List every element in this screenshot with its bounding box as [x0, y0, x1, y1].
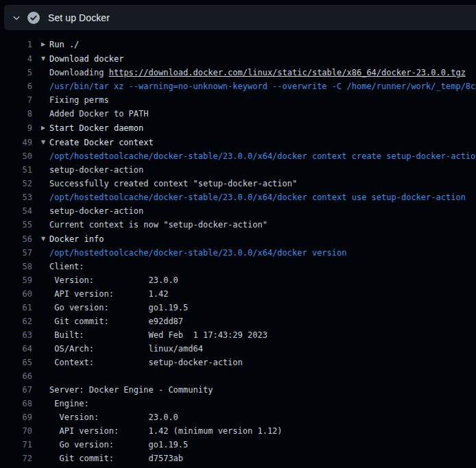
log-line: 71 Go version: go1.19.5 — [0, 438, 476, 452]
step-title: Set up Docker — [48, 12, 110, 23]
log-line: 65 Context: setup-docker-action — [0, 356, 476, 369]
log-line: 66 — [0, 369, 476, 383]
log-line: 7Fixing perms — [0, 93, 476, 107]
log-line: 57/opt/hostedtoolcache/docker-stable/23.… — [0, 246, 476, 260]
line-number[interactable]: 7 — [0, 95, 32, 105]
line-number[interactable]: 67 — [0, 385, 32, 395]
log-group-line[interactable]: 4▼Download docker — [0, 51, 476, 66]
log-text: setup-docker-action — [49, 163, 143, 177]
log-text: Create Docker context — [49, 136, 154, 149]
log-text: Git commit: d7573ab — [49, 452, 183, 465]
log-text: Version: 23.0.0 — [49, 273, 178, 287]
line-number[interactable]: 5 — [0, 68, 32, 77]
step-header[interactable]: Set up Docker — [4, 5, 476, 30]
log-text: Docker info — [49, 232, 104, 246]
line-number[interactable]: 60 — [0, 289, 32, 299]
log-text: API version: 1.42 — [49, 287, 168, 301]
log-text: setup-docker-action — [49, 204, 143, 218]
log-line: 8Added Docker to PATH — [0, 107, 476, 121]
log-line: 64 OS/Arch: linux/amd64 — [0, 342, 476, 356]
group-collapse-icon[interactable]: ▼ — [32, 140, 49, 145]
log-text: Version: 23.0.0 — [49, 410, 178, 424]
log-line: 69 Version: 23.0.0 — [0, 410, 476, 424]
log-line: 52Successfully created context "setup-do… — [0, 177, 476, 190]
line-number[interactable]: 65 — [0, 358, 32, 367]
log-group-line[interactable]: 9▶Start Docker daemon — [0, 121, 476, 135]
line-number[interactable]: 8 — [0, 109, 32, 119]
log-lines: 1▶Run ./4▼Download docker5Downloading ht… — [0, 30, 476, 468]
line-number[interactable]: 64 — [0, 344, 32, 354]
line-number[interactable]: 71 — [0, 440, 32, 449]
line-number[interactable]: 72 — [0, 454, 32, 463]
log-line: 5Downloading https://download.docker.com… — [0, 66, 476, 79]
line-number[interactable]: 62 — [0, 317, 32, 326]
log-text: API version: 1.42 (minimum version 1.12) — [49, 424, 283, 438]
log-line: 54setup-docker-action — [0, 204, 476, 218]
log-text: Downloading https://download.docker.com/… — [49, 66, 466, 79]
log-text: Engine: — [49, 397, 89, 410]
log-line: 61 Go version: go1.19.5 — [0, 301, 476, 315]
log-text: Client: — [49, 260, 84, 273]
line-number[interactable]: 4 — [0, 54, 32, 64]
log-text: Start Docker daemon — [49, 121, 143, 135]
line-number[interactable]: 51 — [0, 165, 32, 175]
log-text: OS/Arch: linux/amd64 — [49, 342, 203, 356]
log-line: 62 Git commit: e92dd87 — [0, 315, 476, 328]
line-number[interactable]: 63 — [0, 330, 32, 340]
group-expand-icon[interactable]: ▶ — [32, 42, 49, 47]
log-command-text: /opt/hostedtoolcache/docker-stable/23.0.… — [49, 190, 466, 204]
log-line: 70 API version: 1.42 (minimum version 1.… — [0, 424, 476, 438]
log-text: Built: Wed Feb 1 17:43:29 2023 — [49, 328, 267, 342]
log-text: Download docker — [49, 52, 123, 66]
line-number[interactable]: 59 — [0, 275, 32, 285]
log-line: 63 Built: Wed Feb 1 17:43:29 2023 — [0, 328, 476, 342]
log-line: 6/usr/bin/tar xz --warning=no-unknown-ke… — [0, 79, 476, 93]
log-line: 67Server: Docker Engine - Community — [0, 383, 476, 397]
group-collapse-icon[interactable]: ▼ — [32, 56, 49, 62]
line-number[interactable]: 50 — [0, 151, 32, 161]
group-expand-icon[interactable]: ▶ — [32, 125, 49, 131]
line-number[interactable]: 9 — [0, 123, 32, 133]
line-number[interactable]: 58 — [0, 262, 32, 271]
log-text: Git commit: e92dd87 — [49, 315, 183, 328]
log-group-line[interactable]: 56▼Docker info — [0, 232, 476, 246]
log-line: 60 API version: 1.42 — [0, 287, 476, 301]
line-number[interactable]: 49 — [0, 138, 32, 147]
line-number[interactable]: 61 — [0, 303, 32, 312]
line-number[interactable]: 56 — [0, 234, 32, 244]
log-text: Context: setup-docker-action — [49, 356, 243, 369]
line-number[interactable]: 1 — [0, 40, 32, 49]
log-text: Added Docker to PATH — [49, 107, 149, 121]
log-command-text: /opt/hostedtoolcache/docker-stable/23.0.… — [49, 246, 346, 260]
log-command-text: /opt/hostedtoolcache/docker-stable/23.0.… — [49, 149, 476, 163]
chevron-down-icon[interactable] — [11, 12, 22, 23]
line-number[interactable]: 52 — [0, 179, 32, 188]
log-link[interactable]: https://download.docker.com/linux/static… — [109, 68, 466, 77]
line-number[interactable]: 68 — [0, 399, 32, 408]
log-line: 59 Version: 23.0.0 — [0, 273, 476, 287]
line-number[interactable]: 54 — [0, 206, 32, 216]
log-text: Go version: go1.19.5 — [49, 438, 188, 452]
log-line: 58Client: — [0, 260, 476, 273]
line-number[interactable]: 69 — [0, 412, 32, 422]
log-text: Go version: go1.19.5 — [49, 301, 188, 315]
log-text: Run ./ — [49, 38, 79, 51]
line-number[interactable]: 57 — [0, 248, 32, 258]
line-number[interactable]: 6 — [0, 82, 32, 91]
log-line: 53/opt/hostedtoolcache/docker-stable/23.… — [0, 190, 476, 204]
line-number[interactable]: 66 — [0, 371, 32, 381]
log-text: Server: Docker Engine - Community — [49, 383, 213, 397]
log-text: Current context is now "setup-docker-act… — [49, 218, 267, 232]
log-line: 50/opt/hostedtoolcache/docker-stable/23.… — [0, 149, 476, 163]
log-line: 51setup-docker-action — [0, 163, 476, 177]
log-line: 55Current context is now "setup-docker-a… — [0, 218, 476, 232]
line-number[interactable]: 55 — [0, 220, 32, 230]
log-line: 68 Engine: — [0, 397, 476, 410]
line-number[interactable]: 53 — [0, 193, 32, 202]
log-group-line[interactable]: 1▶Run ./ — [0, 37, 476, 51]
log-group-line[interactable]: 49▼Create Docker context — [0, 135, 476, 149]
log-text: Successfully created context "setup-dock… — [49, 177, 297, 190]
line-number[interactable]: 70 — [0, 426, 32, 436]
group-collapse-icon[interactable]: ▼ — [32, 236, 49, 242]
log-text: Fixing perms — [49, 93, 109, 107]
